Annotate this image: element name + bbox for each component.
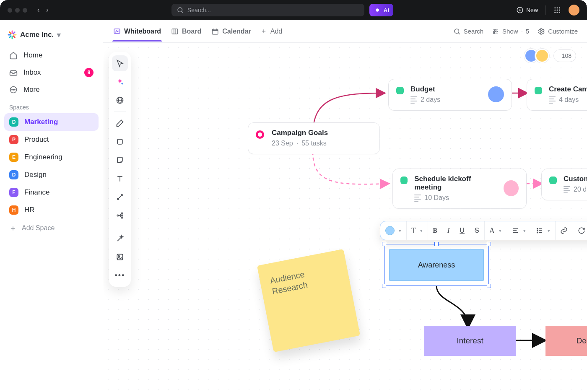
sidebar-item-engineering[interactable]: E Engineering [4, 148, 99, 166]
text-size-button[interactable]: T [406, 221, 428, 240]
card-create-campaign[interactable]: Create Campaign 4 days [527, 79, 587, 111]
shape-interest[interactable]: Interest [424, 326, 516, 356]
shape-label: Interest [457, 336, 483, 345]
ai-label: AI [384, 7, 389, 13]
svg-point-52 [121, 215, 122, 216]
description-icon [549, 96, 556, 104]
whiteboard-canvas[interactable]: +108 ••• [103, 43, 587, 392]
svg-point-25 [13, 89, 14, 90]
resize-handle[interactable] [382, 242, 386, 246]
tool-pen[interactable] [112, 115, 128, 131]
assignee-avatar[interactable] [504, 180, 519, 196]
resize-handle[interactable] [434, 242, 439, 246]
resize-handle[interactable] [487, 284, 491, 288]
tab-board[interactable]: Board [170, 22, 202, 41]
tool-image[interactable] [112, 249, 128, 265]
align-icon [512, 227, 519, 234]
shape-decision[interactable]: Decision [545, 326, 587, 356]
card-campaign-goals[interactable]: Campaign Goals 23 Sep · 55 tasks [248, 122, 380, 154]
text-color-button[interactable]: A [484, 221, 506, 240]
tool-shape[interactable] [112, 134, 128, 150]
svg-line-22 [13, 36, 15, 38]
view-search-button[interactable]: Search [453, 28, 484, 35]
card-title: Create Campaign [549, 85, 587, 93]
svg-rect-47 [117, 139, 122, 144]
card-budget[interactable]: Budget 2 days [388, 79, 512, 111]
sidebar-item-product[interactable]: P Product [4, 131, 99, 148]
underline-button[interactable]: U [455, 221, 470, 240]
status-icon [535, 87, 542, 94]
tool-ai[interactable] [112, 74, 128, 90]
sidebar-item-home[interactable]: Home [4, 47, 99, 64]
link-button[interactable] [555, 221, 573, 240]
customize-button[interactable]: Customize [538, 28, 578, 35]
new-button[interactable]: New [516, 6, 538, 14]
tool-more[interactable]: ••• [112, 267, 128, 283]
assignee-avatar[interactable] [488, 86, 504, 102]
presence-avatar[interactable] [535, 49, 549, 63]
workspace-switcher[interactable]: Acme Inc. ▾ [4, 26, 99, 47]
global-search[interactable]: Search... [171, 4, 364, 16]
sticky-note[interactable]: Audience Research [257, 249, 360, 352]
svg-line-19 [13, 32, 15, 34]
sidebar-item-finance[interactable]: F Finance [4, 184, 99, 201]
shape-awareness-selected[interactable]: Awareness [384, 244, 489, 286]
tool-pointer[interactable] [112, 55, 128, 71]
align-button[interactable] [506, 221, 531, 240]
space-initial: D [9, 117, 18, 127]
tab-whiteboard[interactable]: Whiteboard [112, 22, 162, 41]
card-schedule-kickoff[interactable]: Schedule kickoff meeting 10 Days [392, 169, 527, 209]
italic-button[interactable]: I [442, 221, 455, 240]
tab-calendar[interactable]: Calendar [210, 22, 252, 41]
sidebar-item-design[interactable]: D Design [4, 166, 99, 184]
inbox-count-badge: 9 [84, 68, 94, 77]
resize-handle[interactable] [382, 284, 386, 288]
calendar-icon [211, 28, 219, 35]
plus-circle-icon [516, 6, 524, 14]
text-icon: T [411, 226, 416, 235]
tool-web[interactable] [112, 92, 128, 108]
tool-mindmap[interactable] [112, 208, 128, 223]
bold-button[interactable]: B [428, 221, 442, 240]
svg-point-53 [121, 217, 122, 218]
tool-connector[interactable] [112, 189, 128, 205]
tool-sticky[interactable] [112, 152, 128, 168]
profile-avatar[interactable] [569, 5, 579, 16]
sidebar-item-label: Home [23, 51, 42, 60]
refresh-icon [578, 227, 585, 234]
svg-point-61 [537, 232, 538, 233]
nav-forward-icon[interactable]: › [46, 6, 48, 14]
apps-grid-icon[interactable] [553, 6, 561, 14]
sidebar-item-hr[interactable]: H HR [4, 201, 99, 219]
svg-point-6 [554, 7, 556, 8]
svg-rect-54 [117, 254, 122, 260]
card-duration: 4 days [559, 96, 579, 104]
card-duration: 10 Days [424, 194, 449, 202]
svg-point-13 [557, 12, 558, 13]
tool-magic[interactable] [112, 231, 128, 247]
svg-point-14 [559, 12, 560, 13]
list-button[interactable] [531, 221, 555, 240]
presence-more[interactable]: +108 [553, 49, 576, 62]
sidebar-item-inbox[interactable]: Inbox 9 [4, 64, 99, 81]
traffic-dot [23, 8, 27, 13]
tool-text[interactable] [112, 171, 128, 187]
convert-task-button[interactable]: Task [573, 221, 587, 240]
show-button[interactable]: Show · 5 [492, 28, 529, 35]
card-title: Customer Beta [564, 175, 587, 183]
color-swatch-icon [385, 226, 395, 235]
space-initial: P [9, 135, 18, 144]
sidebar-item-more[interactable]: More [4, 81, 99, 98]
resize-handle[interactable] [487, 242, 491, 246]
add-view-button[interactable]: ＋ Add [260, 27, 282, 36]
strikethrough-button[interactable]: S [470, 221, 484, 240]
nav-back-icon[interactable]: ‹ [37, 6, 39, 14]
sidebar-item-marketing[interactable]: D Marketing [4, 113, 99, 131]
card-customer-beta[interactable]: Customer Beta 20 days [541, 169, 587, 200]
ai-button[interactable]: AI [369, 4, 393, 16]
fill-color-picker[interactable] [380, 221, 406, 240]
add-space-button[interactable]: ＋ Add Space [4, 219, 99, 237]
status-icon [256, 130, 265, 140]
description-icon [414, 195, 421, 202]
card-duration: 2 days [421, 96, 440, 104]
